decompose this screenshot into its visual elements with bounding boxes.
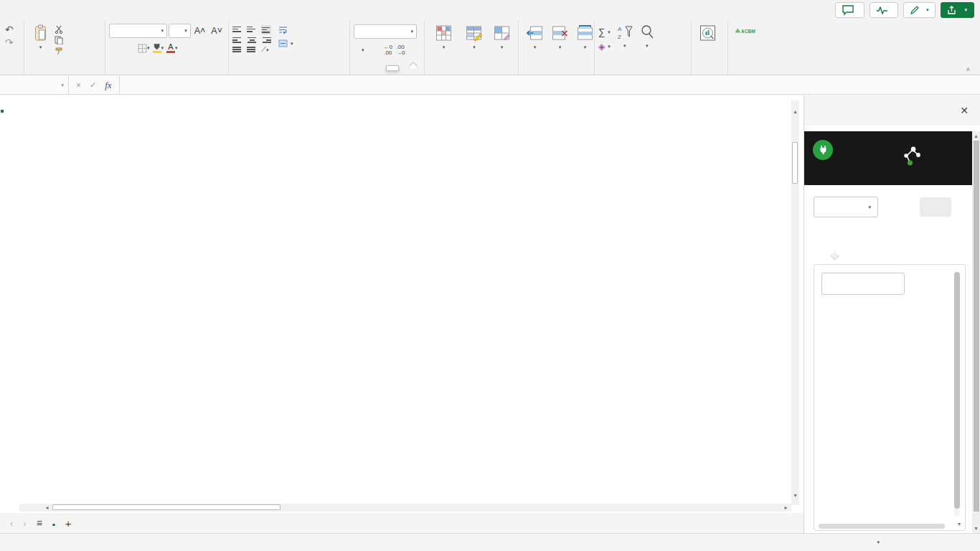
fields-scrollbar[interactable] [954,272,960,516]
pane-close-icon[interactable]: ✕ [960,105,969,116]
analyze-data-icon [699,24,717,42]
fill-color-button[interactable]: ⛊▾ [153,44,164,53]
ribbon-top-right: ▾ ▾ [835,2,980,18]
grid-hscroll-thumb[interactable] [52,504,281,510]
paste-button[interactable]: ▾ [28,24,53,55]
paste-icon [32,24,50,42]
pane-scrollbar[interactable]: ▴ ▾ [972,131,980,533]
increase-decimal-button[interactable]: ←0.00 [384,44,392,56]
decrease-decimal-button[interactable]: .00→0 [396,44,405,56]
wrap-text-button[interactable] [278,26,293,34]
adex-hubspot-task-pane: ✕ ▾ ▾ [804,95,980,533]
confirm-entry-icon[interactable]: ✓ [90,80,96,90]
search-input[interactable] [821,273,905,295]
undo-button[interactable]: ↶ [4,24,15,37]
borders-button[interactable]: ▾ [138,44,150,53]
format-painter-button[interactable] [55,47,65,55]
font-size-select[interactable]: ▾ [169,24,191,38]
font-name-select[interactable]: ▾ [109,24,167,38]
insert-cells-icon [526,24,544,42]
aggregate-menu-icon[interactable]: ▾ [877,540,880,545]
insert-function-icon[interactable]: fx [105,80,111,91]
grid-vscroll-thumb[interactable] [792,142,798,184]
autosum-button[interactable]: ∑▾ [598,27,611,37]
align-middle-button[interactable] [247,25,257,34]
redo-button[interactable]: ↷ [4,37,15,50]
fields-scroll-down-arrow[interactable]: ▾ [958,521,961,527]
fields-scroll-thumb[interactable] [954,272,960,509]
pane-scroll-down-arrow[interactable]: ▾ [972,525,980,532]
sort-filter-icon: AZ [617,24,633,40]
scroll-right-arrow[interactable]: ▸ [782,504,790,512]
decrease-indent-button[interactable] [232,45,242,54]
format-as-table-button[interactable]: ▾ [461,24,488,65]
plug-icon [813,140,833,160]
format-cells-button[interactable]: ▾ [573,24,598,65]
sheet-tab-sheet1[interactable] [52,520,55,526]
scroll-up-arrow[interactable]: ▴ [791,108,799,116]
cancel-entry-icon[interactable]: × [76,80,81,90]
borders-icon [138,44,147,53]
grid-vertical-scrollbar[interactable]: ▴ ▾ [791,100,799,505]
ribbon-tab-row: ▾ ▾ [0,0,980,20]
align-bottom-button[interactable] [261,25,271,34]
pane-scroll-up-arrow[interactable]: ▴ [972,133,980,139]
collapse-ribbon-button[interactable]: ˄ [966,66,970,73]
sheet-list-menu-icon[interactable]: ≡ [37,517,42,529]
connection-status [839,150,901,166]
show-task-pane-button[interactable]: ⁂ ACBM [732,24,759,41]
share-button[interactable]: ▾ [941,2,974,18]
grow-font-button[interactable]: A˄ [192,26,208,36]
cell-styles-button[interactable]: ▾ [489,24,514,65]
align-left-button[interactable] [232,36,242,44]
scroll-down-arrow[interactable]: ▾ [791,491,799,499]
conditional-formatting-icon [435,24,453,42]
formula-bar: ▾ × ✓ fx [0,76,980,95]
object-type-select[interactable]: ▾ [814,197,878,217]
number-format-select[interactable]: ▾ [354,24,417,39]
editing-group: ∑▾ ◈▾ AZ ▾ ▾ [595,20,692,75]
insert-cells-button[interactable]: ▾ [522,24,547,65]
cut-button[interactable] [55,25,65,34]
copy-button[interactable] [55,36,65,44]
run-button[interactable] [920,197,951,217]
fill-handle[interactable] [0,109,4,113]
undo-group: ↶ ↷ [0,20,24,75]
increase-indent-button[interactable] [247,45,257,54]
merge-center-icon [278,39,288,47]
delete-cells-button[interactable]: ▾ [547,24,573,65]
decrease-decimal-tooltip [386,65,399,71]
clear-button[interactable]: ◈▾ [598,42,611,52]
sheet-tab-bar: ‹ › ≡ + [0,513,804,533]
clipboard-group: ▾ [24,20,105,75]
align-center-button[interactable] [247,36,257,44]
format-as-table-icon [465,24,483,42]
prev-sheet-arrow[interactable]: ‹ [10,518,13,529]
find-select-button[interactable]: ▾ [636,24,658,65]
analyze-data-button[interactable] [695,24,720,44]
alignment-group: ⟋▾ ▾ [229,20,350,75]
pane-scroll-thumb[interactable] [974,141,979,512]
align-right-button[interactable] [261,36,271,44]
fields-horizontal-scrollbar[interactable] [819,524,945,529]
merge-center-button[interactable]: ▾ [278,39,293,47]
grid-horizontal-scrollbar[interactable]: ◂ ▸ [19,504,791,512]
next-sheet-arrow[interactable]: › [23,518,26,529]
sort-filter-button[interactable]: AZ ▾ [613,24,636,65]
pane-header-banner [804,131,973,185]
scroll-left-arrow[interactable]: ◂ [43,504,51,512]
font-color-button[interactable]: A▾ [166,43,178,53]
comments-button[interactable] [835,2,864,18]
catch-up-button[interactable] [870,2,898,18]
shrink-font-button[interactable]: A˅ [209,26,225,36]
name-box[interactable]: ▾ [0,76,69,94]
editing-mode-button[interactable]: ▾ [903,2,936,18]
fields-panel: ▾ [814,264,966,531]
conditional-formatting-button[interactable]: ▾ [428,24,459,65]
cut-icon [55,25,63,34]
molecule-icon [903,146,921,167]
orientation-button[interactable]: ⟋▾ [261,45,273,54]
align-top-button[interactable] [232,25,242,34]
add-sheet-button[interactable]: + [65,517,72,529]
cell-styles-icon [493,24,511,42]
